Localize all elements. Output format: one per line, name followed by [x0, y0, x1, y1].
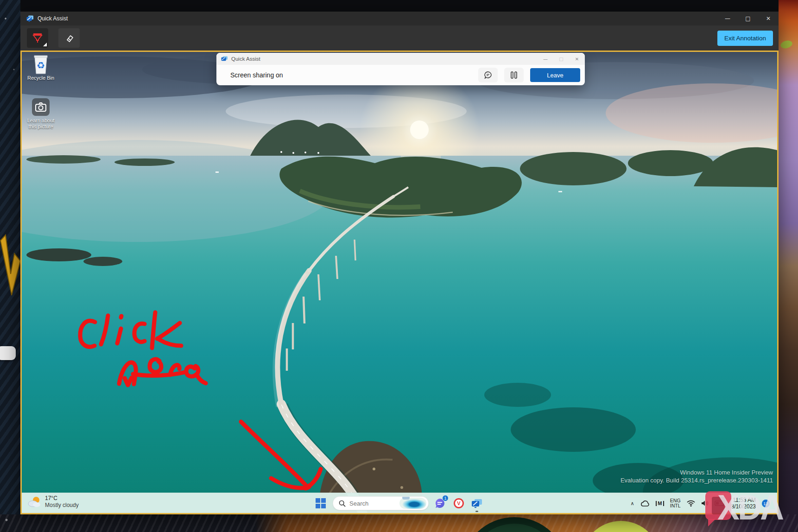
host-desktop-right-art — [779, 0, 798, 532]
art-lime-disc — [582, 521, 660, 532]
exit-annotation-button[interactable]: Exit Annotation — [717, 31, 773, 46]
window-title: Quick Assist — [38, 15, 68, 22]
pause-icon — [511, 71, 517, 79]
language-line2: INTL — [670, 503, 681, 509]
session-close-button[interactable]: ✕ — [569, 57, 585, 62]
shared-screen-frame: ♻ Recycle Bin Learn about — [20, 51, 779, 514]
windows-logo-icon — [316, 498, 326, 508]
weather-condition: Mostly cloudy — [45, 502, 79, 509]
eraser-icon — [63, 32, 75, 44]
system-tray: ∧ M ENG INTL — [631, 493, 770, 513]
weather-temp: 17°C — [45, 495, 79, 502]
pen-icon — [32, 32, 44, 44]
vivaldi-letter: V — [457, 500, 460, 506]
taskbar-chat-app[interactable]: 1 — [434, 497, 446, 509]
search-input[interactable] — [349, 500, 396, 507]
watermark-line2: Evaluation copy. Build 25314.rs_prerelea… — [621, 476, 773, 484]
gold-logo-shape — [0, 234, 20, 313]
tray-m-icon[interactable]: M — [656, 501, 664, 506]
pen-tool-button[interactable] — [27, 28, 48, 48]
tray-chevron-up-icon[interactable]: ∧ — [631, 500, 634, 507]
camera-icon — [23, 96, 59, 118]
clock-time: 11:53 AM — [731, 497, 756, 504]
onedrive-cloud-icon[interactable] — [640, 500, 650, 507]
learn-picture-label-line2: this picture — [23, 124, 59, 130]
screen-sharing-status: Screen sharing on — [230, 71, 283, 79]
bing-daily-image[interactable] — [399, 498, 426, 509]
insider-watermark: Windows 11 Home Insider Preview Evaluati… — [621, 469, 773, 484]
session-bar-title: Quick Assist — [231, 56, 260, 62]
window-titlebar: Quick Assist — □ ✕ — [20, 12, 779, 25]
desktop-icon-recycle-bin[interactable]: ♻ Recycle Bin — [23, 54, 59, 81]
battery-icon[interactable] — [715, 500, 725, 506]
svg-text:♻: ♻ — [37, 60, 45, 71]
notification-count-badge[interactable]: 12 — [762, 500, 770, 507]
start-button[interactable] — [315, 497, 327, 509]
pen-dropdown-caret[interactable] — [43, 43, 47, 46]
annotation-toolbar: Exit Annotation — [20, 25, 779, 51]
leave-button[interactable]: Leave — [530, 68, 580, 82]
wallpaper — [22, 52, 777, 513]
session-bar: Quick Assist — □ ✕ Screen sharing on — [216, 53, 585, 85]
session-restore-button[interactable]: □ — [553, 57, 569, 62]
quick-assist-taskbar-icon — [471, 499, 482, 508]
minimize-button[interactable]: — — [717, 12, 738, 25]
session-bar-body: Screen sharing on — [216, 65, 585, 85]
watermark-line1: Windows 11 Home Insider Preview — [621, 469, 773, 476]
wifi-icon[interactable] — [687, 500, 695, 507]
quick-assist-app-icon — [26, 15, 34, 22]
clock-date: 3/10/2023 — [731, 503, 756, 510]
language-indicator[interactable]: ENG INTL — [670, 498, 681, 509]
taskbar-weather-widget[interactable]: 17°C Mostly cloudy — [27, 495, 79, 509]
session-minimize-button[interactable]: — — [538, 57, 553, 62]
host-desktop-left-art — [0, 0, 20, 532]
host-desktop-bottom-art — [0, 514, 798, 532]
close-button[interactable]: ✕ — [758, 12, 779, 25]
quick-assist-window: Quick Assist — □ ✕ Exit Annotation — [20, 12, 779, 514]
taskbar-quick-assist-app[interactable] — [471, 497, 483, 509]
volume-icon[interactable] — [701, 500, 709, 507]
recycle-bin-label: Recycle Bin — [23, 75, 59, 81]
chat-button[interactable] — [478, 68, 498, 82]
pause-sharing-button[interactable] — [504, 68, 524, 82]
host-widget-edge — [0, 346, 16, 360]
running-app-indicator — [475, 511, 478, 512]
taskbar-search-box[interactable] — [333, 496, 429, 510]
weather-icon — [27, 496, 41, 508]
taskbar: 17°C Mostly cloudy — [22, 493, 777, 513]
art-green-blob — [779, 39, 793, 50]
vivaldi-icon: V — [454, 498, 464, 508]
session-bar-titlebar: Quick Assist — □ ✕ — [216, 53, 585, 65]
remote-desktop: ♻ Recycle Bin Learn about — [22, 52, 777, 513]
taskbar-vivaldi-app[interactable]: V — [453, 497, 465, 509]
search-icon — [339, 500, 346, 507]
chat-notification-badge: 1 — [442, 495, 449, 501]
maximize-button[interactable]: □ — [738, 12, 758, 25]
window-controls: — □ ✕ — [717, 12, 779, 25]
recycle-bin-icon: ♻ — [23, 54, 59, 75]
desktop-icon-learn-picture[interactable]: Learn about this picture — [23, 96, 59, 130]
learn-picture-label-line1: Learn about — [23, 118, 59, 124]
session-bar-app-icon — [221, 56, 228, 62]
clock[interactable]: 11:53 AM 3/10/2023 — [731, 497, 756, 510]
chat-bubble-icon — [484, 71, 492, 79]
art-dark-disc — [461, 517, 568, 532]
eraser-tool-button[interactable] — [58, 28, 80, 48]
